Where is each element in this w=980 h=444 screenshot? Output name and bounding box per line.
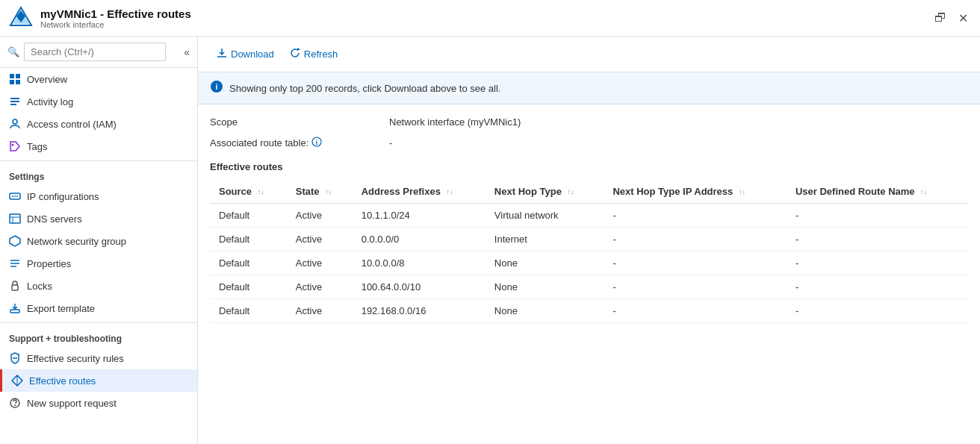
table-cell-1: Active xyxy=(287,275,353,299)
col-header-hop-ip[interactable]: Next Hop Type IP Address ↑↓ xyxy=(604,180,786,204)
title-bar-text: myVMNic1 - Effective routes Network inte… xyxy=(40,7,191,29)
table-row: DefaultActive0.0.0.0/0Internet-- xyxy=(210,228,968,251)
table-cell-2: 0.0.0.0/0 xyxy=(353,228,486,251)
col-header-state[interactable]: State ↑↓ xyxy=(287,180,353,204)
settings-section-label: Settings xyxy=(0,164,197,185)
properties-icon xyxy=(9,257,21,269)
sort-icon-state: ↑↓ xyxy=(325,189,332,196)
search-input[interactable] xyxy=(24,43,166,61)
sidebar-item-access-control[interactable]: Access control (IAM) xyxy=(0,113,197,135)
refresh-button[interactable]: Refresh xyxy=(283,44,344,64)
sidebar-item-label-tags: Tags xyxy=(27,141,47,152)
sidebar-section-general: Overview Activity log Access control (IA… xyxy=(0,68,197,157)
sidebar-item-properties[interactable]: Properties xyxy=(0,252,197,275)
restore-button[interactable]: 🗗 xyxy=(931,8,949,28)
sidebar-item-locks[interactable]: Locks xyxy=(0,275,197,297)
sidebar-item-label-effective-routes: Effective routes xyxy=(29,375,96,387)
assoc-label: Associated route table: i xyxy=(210,137,389,149)
col-header-next-hop-type[interactable]: Next Hop Type ↑↓ xyxy=(486,180,604,204)
assoc-row: Associated route table: i - xyxy=(210,137,968,149)
sidebar-section-settings: Settings IP configurations DNS servers N… xyxy=(0,164,197,319)
table-cell-1: Active xyxy=(287,299,353,323)
download-button[interactable]: Download xyxy=(210,44,280,64)
security-rules-icon xyxy=(9,352,21,364)
table-cell-3: Virtual network xyxy=(486,204,604,228)
table-cell-5: - xyxy=(787,275,968,299)
sidebar-item-ip-configurations[interactable]: IP configurations xyxy=(0,185,197,207)
sidebar-item-dns-servers[interactable]: DNS servers xyxy=(0,207,197,230)
scope-value: Network interface (myVMNic1) xyxy=(389,116,521,128)
effective-routes-section-title: Effective routes xyxy=(210,161,968,172)
nsg-icon xyxy=(9,235,21,247)
sidebar-item-overview[interactable]: Overview xyxy=(0,68,197,90)
sidebar-item-label-export-template: Export template xyxy=(27,303,95,314)
sidebar-item-tags[interactable]: Tags xyxy=(0,135,197,157)
download-label: Download xyxy=(231,49,274,60)
sidebar-item-label-properties: Properties xyxy=(27,258,71,269)
content-area: Download Refresh i Showing only top 200 … xyxy=(198,37,980,444)
table-cell-0: Default xyxy=(210,204,287,228)
svg-rect-22 xyxy=(12,285,18,290)
col-header-source[interactable]: Source ↑↓ xyxy=(210,180,287,204)
sidebar-item-label-ip-config: IP configurations xyxy=(27,191,99,202)
toolbar: Download Refresh xyxy=(198,37,980,72)
dns-icon xyxy=(9,213,21,225)
sidebar-item-effective-routes[interactable]: Effective routes xyxy=(0,369,197,392)
table-cell-3: None xyxy=(486,275,604,299)
sidebar-item-label-access-control: Access control (IAM) xyxy=(27,119,117,130)
sidebar-item-new-support-request[interactable]: New support request xyxy=(0,392,197,414)
overview-icon xyxy=(9,73,21,85)
assoc-value: - xyxy=(389,137,392,148)
svg-rect-4 xyxy=(16,74,20,78)
table-cell-3: None xyxy=(486,251,604,275)
access-control-icon xyxy=(9,118,21,130)
table-cell-2: 10.1.1.0/24 xyxy=(353,204,486,228)
svg-point-10 xyxy=(13,119,17,124)
svg-rect-6 xyxy=(16,80,20,84)
scope-label: Scope xyxy=(210,116,389,128)
sidebar-item-network-security-group[interactable]: Network security group xyxy=(0,230,197,252)
info-tooltip-icon: i xyxy=(311,137,322,149)
azure-logo-icon xyxy=(9,6,33,30)
sidebar-item-label-overview: Overview xyxy=(27,74,67,85)
svg-marker-30 xyxy=(297,48,300,51)
table-cell-5: - xyxy=(787,251,968,275)
table-cell-1: Active xyxy=(287,228,353,251)
lock-icon xyxy=(9,280,21,292)
sidebar-search-container: 🔍 « xyxy=(0,37,197,68)
svg-text:i: i xyxy=(316,139,318,146)
table-cell-0: Default xyxy=(210,275,287,299)
sort-icon-hop-ip: ↑↓ xyxy=(739,189,745,196)
sort-icon-hop-type: ↑↓ xyxy=(568,189,574,196)
table-row: DefaultActive10.0.0.0/8None-- xyxy=(210,251,968,275)
table-cell-1: Active xyxy=(287,204,353,228)
effective-routes-table: Source ↑↓ State ↑↓ Address Prefixes ↑↓ xyxy=(210,180,968,323)
sidebar-item-activity-log[interactable]: Activity log xyxy=(0,90,197,113)
svg-rect-7 xyxy=(10,98,19,99)
table-cell-4: - xyxy=(604,204,786,228)
table-cell-4: - xyxy=(604,251,786,275)
collapse-sidebar-button[interactable]: « xyxy=(184,46,190,58)
col-header-user-defined[interactable]: User Defined Route Name ↑↓ xyxy=(787,180,968,204)
title-bar-controls[interactable]: 🗗 ✕ xyxy=(931,8,971,28)
table-cell-0: Default xyxy=(210,299,287,323)
page-title: myVMNic1 - Effective routes xyxy=(40,7,191,20)
col-header-address-prefixes[interactable]: Address Prefixes ↑↓ xyxy=(353,180,486,204)
sidebar-item-export-template[interactable]: Export template xyxy=(0,297,197,319)
svg-rect-5 xyxy=(10,80,14,84)
tags-icon xyxy=(9,140,21,152)
table-cell-3: None xyxy=(486,299,604,323)
svg-text:i: i xyxy=(215,82,217,91)
sidebar: 🔍 « Overview Activity log xyxy=(0,37,198,444)
table-cell-5: - xyxy=(787,204,968,228)
content-body: Scope Network interface (myVMNic1) Assoc… xyxy=(198,104,980,335)
table-row: DefaultActive10.1.1.0/24Virtual network-… xyxy=(210,204,968,228)
close-button[interactable]: ✕ xyxy=(955,8,971,28)
sidebar-item-label-nsg: Network security group xyxy=(27,236,126,247)
activity-log-icon xyxy=(9,96,21,107)
search-icon: 🔍 xyxy=(7,46,19,57)
sidebar-item-effective-security-rules[interactable]: Effective security rules xyxy=(0,347,197,369)
table-cell-4: - xyxy=(604,228,786,251)
svg-point-28 xyxy=(14,404,16,406)
svg-rect-3 xyxy=(10,74,14,78)
